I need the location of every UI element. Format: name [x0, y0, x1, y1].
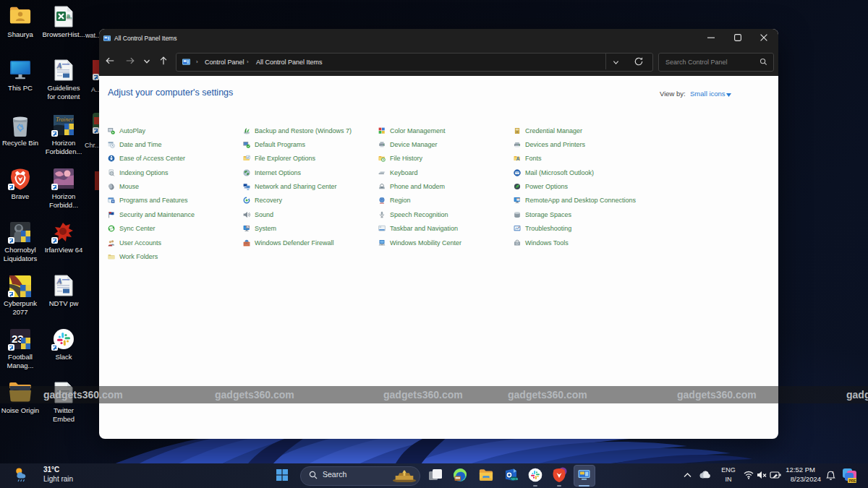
svg-text:A: A: [56, 277, 62, 285]
svg-text:Trainer: Trainer: [56, 116, 74, 123]
svg-text:NEW: NEW: [511, 477, 518, 481]
svg-text:a,: a,: [67, 12, 72, 20]
svg-text:PRE: PRE: [848, 479, 856, 483]
svg-text:A: A: [56, 61, 62, 69]
